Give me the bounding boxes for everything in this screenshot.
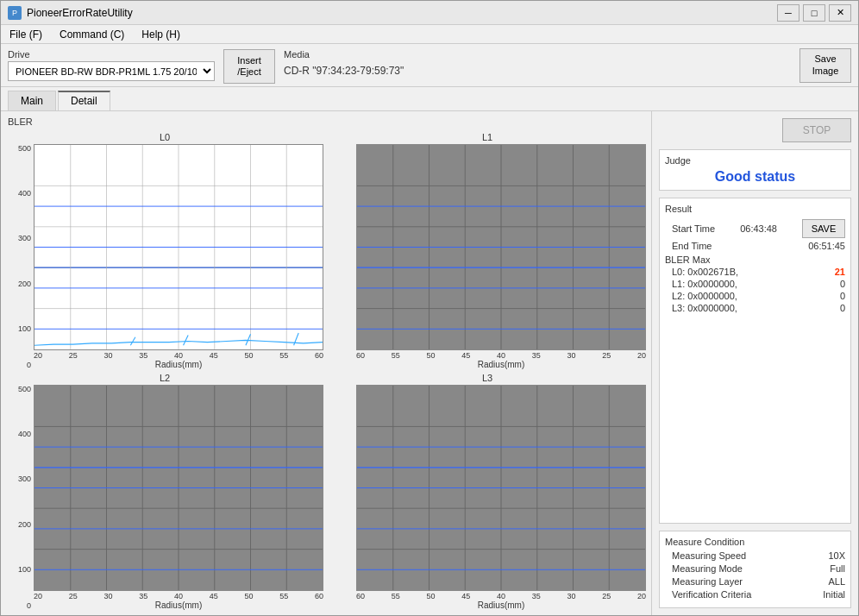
judge-section: Judge Good status [659,149,851,191]
bler-l3-row: L3: 0x0000000, 0 [665,303,845,313]
result-title: Result [665,204,845,214]
measuring-speed-row: Measuring Speed 10X [665,550,845,561]
chart-l1-inner [356,144,646,350]
measuring-mode-value: Full [830,563,845,574]
chart-l3-wrapper: 60 55 50 45 40 35 30 25 20 Radius(mm) [329,385,646,610]
verification-criteria-row: Verification Criteria Initial [665,589,845,600]
stop-button[interactable]: STOP [782,118,851,142]
chart-l2-xaxis: 20 25 30 35 40 45 50 55 60 [34,591,323,600]
bler-l3-key: L3: 0x0000000, [672,303,737,313]
chart-l0-title: L0 [6,132,323,144]
content-area: BLER L0 500 400 300 200 100 0 [1,110,858,615]
bler-l3-value: 0 [840,303,845,313]
chart-l1-xaxis: 60 55 50 45 40 35 30 25 20 [356,350,646,360]
bler-l2-row: L2: 0x0000000, 0 [665,291,845,301]
menu-help[interactable]: Help (H) [133,25,189,44]
app-icon: P [8,6,22,20]
judge-status: Good status [665,169,845,185]
end-time-row: End Time 06:51:45 [665,241,845,251]
measuring-layer-row: Measuring Layer ALL [665,576,845,587]
tab-detail[interactable]: Detail [58,91,110,110]
chart-l0-yaxis: 500 400 300 200 100 0 [6,144,34,369]
bler-l2-key: L2: 0x0000000, [672,291,737,301]
chart-l2: L2 500 400 300 200 100 0 [6,373,323,610]
measuring-layer-value: ALL [828,576,845,587]
chart-l3-title: L3 [329,373,646,385]
media-value: CD-R "97:34:23-79:59:73" [284,61,791,77]
insert-eject-button[interactable]: Insert/Eject [223,49,275,84]
measuring-speed-value: 10X [828,550,845,561]
chart-l1-yaxis [329,144,356,369]
chart-l2-xtitle: Radius(mm) [34,600,323,610]
save-image-button[interactable]: SaveImage [799,48,851,83]
media-label: Media [284,49,791,60]
maximize-button[interactable]: □ [803,4,825,22]
chart-l2-inner [34,385,323,591]
charts-bottom-row: L2 500 400 300 200 100 0 [6,373,646,610]
menu-command[interactable]: Command (C) [51,25,133,44]
chart-l2-wrapper: 500 400 300 200 100 0 [6,385,323,610]
title-bar: P PioneerErrorRateUtility ─ □ ✕ [1,1,858,25]
bler-max-title: BLER Max [665,255,845,265]
main-window: P PioneerErrorRateUtility ─ □ ✕ File (F)… [0,0,859,616]
save-button[interactable]: SAVE [802,219,845,238]
judge-title: Judge [665,155,845,166]
media-section: Media CD-R "97:34:23-79:59:73" [284,49,791,81]
chart-l2-title: L2 [6,373,323,385]
close-button[interactable]: ✕ [829,4,851,22]
menu-file[interactable]: File (F) [1,25,51,44]
bler-l0-row: L0: 0x002671B, 21 [665,267,845,277]
end-time-label: End Time [665,241,712,251]
bler-l1-row: L1: 0x0000000, 0 [665,279,845,289]
drive-label: Drive [8,49,215,60]
chart-l3: L3 [329,373,646,610]
svg-line-15 [130,337,135,345]
svg-line-17 [246,334,251,345]
bler-l0-value: 21 [835,267,845,277]
chart-l0-inner [34,144,323,350]
verification-criteria-label: Verification Criteria [665,589,751,600]
drive-select[interactable]: PIONEER BD-RW BDR-PR1ML 1.75 20/10/26 [8,61,215,81]
start-time-row: Start Time 06:43:48 SAVE [665,219,845,238]
title-bar-left: P PioneerErrorRateUtility [8,6,133,20]
right-panel: STOP Judge Good status Result Start Time… [651,111,858,615]
minimize-button[interactable]: ─ [777,4,799,22]
chart-l2-yaxis: 500 400 300 200 100 0 [6,385,34,610]
bler-l2-value: 0 [840,291,845,301]
end-time-value: 06:51:45 [808,241,845,251]
measuring-speed-label: Measuring Speed [665,550,746,561]
chart-l0: L0 500 400 300 200 100 0 [6,132,323,369]
chart-l3-xtitle: Radius(mm) [356,600,646,610]
bler-l1-value: 0 [840,279,845,289]
title-bar-controls: ─ □ ✕ [777,4,851,22]
start-time-label: Start Time [665,223,715,234]
window-title: PioneerErrorRateUtility [27,7,133,19]
charts-area: BLER L0 500 400 300 200 100 0 [1,111,651,615]
chart-l3-xaxis: 60 55 50 45 40 35 30 25 20 [356,591,646,600]
bler-label: BLER [8,116,33,127]
charts-top-row: L0 500 400 300 200 100 0 [6,132,646,369]
chart-l1-title: L1 [329,132,646,144]
chart-l3-inner [356,385,646,591]
chart-l1-wrapper: 60 55 50 45 40 35 30 25 20 Radius(mm) [329,144,646,369]
measure-title: Measure Condition [665,537,845,547]
measure-section: Measure Condition Measuring Speed 10X Me… [659,531,851,608]
tabs-bar: Main Detail [1,87,858,110]
chart-l1: L1 [329,132,646,369]
chart-l0-wrapper: 500 400 300 200 100 0 [6,144,323,369]
verification-criteria-value: Initial [823,589,845,600]
start-time-value: 06:43:48 [740,223,777,234]
drive-section: Drive PIONEER BD-RW BDR-PR1ML 1.75 20/10… [8,49,215,81]
chart-l0-xtitle: Radius(mm) [34,360,323,369]
chart-l1-xtitle: Radius(mm) [356,360,646,369]
menu-bar: File (F) Command (C) Help (H) [1,25,858,44]
measuring-mode-row: Measuring Mode Full [665,563,845,574]
result-section: Result Start Time 06:43:48 SAVE End Time… [659,198,851,524]
toolbar: Drive PIONEER BD-RW BDR-PR1ML 1.75 20/10… [1,44,858,87]
chart-l0-xaxis: 20 25 30 35 40 45 50 55 60 [34,350,323,360]
bler-l1-key: L1: 0x0000000, [672,279,737,289]
bler-l0-key: L0: 0x002671B, [672,267,738,277]
measuring-mode-label: Measuring Mode [665,563,743,574]
tab-main[interactable]: Main [8,91,56,110]
chart-l3-yaxis [329,385,356,610]
